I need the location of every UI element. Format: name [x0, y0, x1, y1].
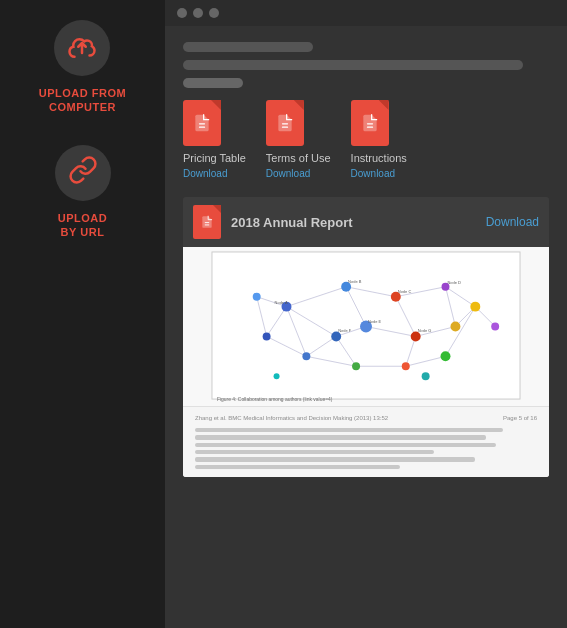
- annual-report-left: 2018 Annual Report: [193, 205, 353, 239]
- text-line-6: [195, 465, 400, 469]
- svg-point-38: [441, 351, 451, 361]
- upload-computer-section[interactable]: UPLOAD FROMCOMPUTER: [39, 20, 126, 115]
- sidebar: UPLOAD FROMCOMPUTER UPLOADBY URL: [0, 0, 165, 628]
- titlebar-dot-2: [193, 8, 203, 18]
- svg-text:Node A: Node A: [275, 300, 288, 305]
- pricing-table-name: Pricing Table: [183, 152, 246, 164]
- content-area: Pricing Table Download Terms of Use Down…: [165, 26, 567, 628]
- graph-caption: Figure 4: Collaboration among authors (l…: [217, 397, 333, 402]
- titlebar-dot-3: [209, 8, 219, 18]
- text-line-2: [195, 435, 486, 439]
- graph-visualization: Node A Node B Node C Node D Node E Node …: [183, 247, 549, 407]
- upload-computer-label: UPLOAD FROMCOMPUTER: [39, 86, 126, 115]
- nav-bar-3: [183, 78, 243, 88]
- svg-point-40: [470, 302, 480, 312]
- annual-report-preview: Node A Node B Node C Node D Node E Node …: [183, 247, 549, 477]
- svg-point-43: [422, 372, 430, 380]
- upload-url-label: UPLOADBY URL: [58, 211, 107, 240]
- svg-point-30: [253, 293, 261, 301]
- svg-text:Node B: Node B: [348, 279, 362, 284]
- instructions-name: Instructions: [351, 152, 407, 164]
- svg-point-39: [450, 322, 460, 332]
- nav-bar-1: [183, 42, 313, 52]
- svg-text:Node C: Node C: [398, 289, 412, 294]
- annual-report-header: 2018 Annual Report Download: [183, 197, 549, 247]
- annual-report-section: 2018 Annual Report Download: [183, 197, 549, 477]
- files-row: Pricing Table Download Terms of Use Down…: [183, 100, 549, 179]
- file-pricing-table[interactable]: Pricing Table Download: [183, 100, 246, 179]
- upload-computer-icon-circle: [54, 20, 110, 76]
- network-graph-svg: Node A Node B Node C Node D Node E Node …: [183, 247, 549, 406]
- nav-bar-2: [183, 60, 523, 70]
- svg-point-36: [402, 362, 410, 370]
- text-line-1: [195, 428, 503, 432]
- titlebar-dot-1: [177, 8, 187, 18]
- terms-name: Terms of Use: [266, 152, 331, 164]
- svg-text:Node E: Node E: [368, 319, 382, 324]
- citation-text: Zhang et al. BMC Medical Informatics and…: [195, 415, 388, 421]
- svg-point-42: [491, 323, 499, 331]
- text-line-4: [195, 450, 434, 454]
- svg-text:Node G: Node G: [418, 328, 432, 333]
- svg-text:Node F: Node F: [338, 328, 352, 333]
- upload-cloud-icon: [67, 33, 97, 63]
- titlebar: [165, 0, 567, 26]
- pdf-icon-terms: [266, 100, 304, 146]
- text-preview-page: Zhang et al. BMC Medical Informatics and…: [183, 407, 549, 477]
- upload-url-section[interactable]: UPLOADBY URL: [55, 145, 111, 240]
- text-line-5: [195, 457, 475, 461]
- link-icon: [68, 155, 98, 191]
- terms-download[interactable]: Download: [266, 168, 310, 179]
- svg-point-37: [352, 362, 360, 370]
- annual-report-download[interactable]: Download: [486, 215, 539, 229]
- pricing-table-download[interactable]: Download: [183, 168, 227, 179]
- annual-report-title: 2018 Annual Report: [231, 215, 353, 230]
- pdf-icon-instructions: [351, 100, 389, 146]
- svg-point-44: [274, 373, 280, 379]
- pdf-icon-pricing: [183, 100, 221, 146]
- instructions-download[interactable]: Download: [351, 168, 395, 179]
- svg-point-31: [302, 352, 310, 360]
- upload-url-icon-circle: [55, 145, 111, 201]
- text-line-3: [195, 443, 496, 447]
- preview-inner: Node A Node B Node C Node D Node E Node …: [183, 247, 549, 477]
- main-panel: Pricing Table Download Terms of Use Down…: [165, 0, 567, 628]
- svg-point-29: [263, 332, 271, 340]
- svg-text:Node D: Node D: [447, 280, 461, 285]
- page-number: Page 5 of 16: [503, 415, 537, 421]
- file-instructions[interactable]: Instructions Download: [351, 100, 407, 179]
- pdf-icon-annual: [193, 205, 221, 239]
- file-terms-of-use[interactable]: Terms of Use Download: [266, 100, 331, 179]
